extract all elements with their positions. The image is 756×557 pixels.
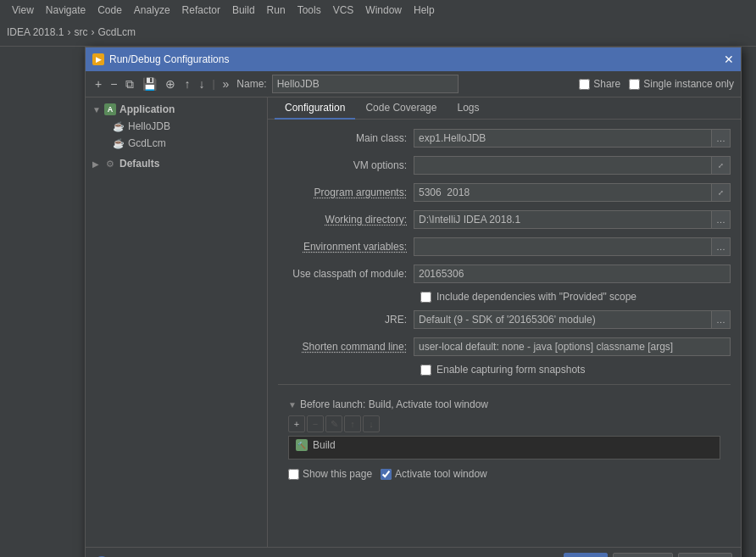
program-args-expand-button[interactable]: ⤢ [712,183,731,202]
env-vars-field-group: … [414,237,731,256]
classpath-select[interactable]: 20165306 [414,265,731,283]
menu-run[interactable]: Run [262,3,291,18]
shorten-cmd-field-group: user-local default: none - java [options… [414,337,731,356]
working-dir-browse-button[interactable]: … [712,210,731,229]
before-launch-up-button[interactable]: ↑ [344,415,361,432]
ok-button[interactable]: OK [564,553,607,557]
before-launch-add-button[interactable]: + [288,415,305,432]
menu-window[interactable]: Window [360,3,407,18]
tree-application-label: Application [120,103,175,115]
dialog-title: Run/Debug Configurations [109,53,229,65]
enable-snapshots-checkbox[interactable] [420,365,431,376]
vm-options-label: VM options: [278,159,414,171]
expand-icon: ▼ [92,105,101,114]
working-dir-label: Working directory: [278,214,414,226]
save-config-button[interactable]: 💾 [140,75,159,92]
move-down-button[interactable]: ↓ [196,75,207,92]
config-content: Configuration Code Coverage Logs Main cl… [268,97,741,547]
env-vars-browse-button[interactable]: … [712,237,731,256]
tree-hellojdb[interactable]: ☕ HelloJDB [86,118,267,135]
configuration-form: Main class: … VM options: ⤢ Pr [268,120,741,492]
config-toolbar: + − ⧉ 💾 ⊕ ↑ ↓ | » [92,75,231,93]
activate-label[interactable]: Activate tool window [381,468,487,480]
show-page-row: Show this page Activate tool window [288,465,720,483]
jre-select[interactable]: Default (9 - SDK of '20165306' module) [414,310,712,329]
config-tabs-bar: Configuration Code Coverage Logs [268,97,741,120]
classpath-label: Use classpath of module: [278,268,414,280]
menu-build[interactable]: Build [227,3,260,18]
application-icon: A [104,103,116,115]
name-input[interactable] [272,75,459,93]
share-checkbox-label[interactable]: Share [579,78,620,90]
main-class-browse-button[interactable]: … [712,129,731,148]
enable-snapshots-label: Enable capturing form snapshots [436,364,585,376]
env-vars-row: Environment variables: … [278,237,731,257]
menu-refactor[interactable]: Refactor [177,3,225,18]
tab-logs[interactable]: Logs [447,97,489,120]
more-button[interactable]: » [220,75,232,92]
tree-defaults[interactable]: ▶ ⚙ Defaults [86,155,267,172]
include-deps-checkbox[interactable] [420,292,431,303]
menu-tools[interactable]: Tools [292,3,326,18]
vm-options-input[interactable] [414,156,712,175]
breadcrumb-gcdlcm: GcdLcm [97,26,136,38]
env-vars-input[interactable] [414,237,712,256]
working-dir-input[interactable] [414,210,712,229]
copy-config-button[interactable]: ⧉ [123,75,136,93]
main-class-input[interactable] [414,129,712,148]
enable-snapshots-row: Enable capturing form snapshots [420,364,731,376]
program-args-field-group: ⤢ [414,183,731,202]
build-icon: 🔨 [296,439,308,451]
shorten-cmd-select[interactable]: user-local default: none - java [options… [414,337,731,356]
single-instance-checkbox[interactable] [629,79,640,90]
before-launch-edit-button[interactable]: ✎ [325,415,342,432]
defaults-icon: ⚙ [104,158,116,170]
menu-help[interactable]: Help [409,3,440,18]
before-launch-down-button[interactable]: ↓ [363,415,380,432]
share-checkbox[interactable] [579,79,590,90]
apply-button[interactable]: Apply [678,553,732,557]
menu-view[interactable]: View [7,3,39,18]
before-launch-remove-button[interactable]: − [307,415,324,432]
program-args-input[interactable] [414,183,712,202]
share-config-button[interactable]: ⊕ [163,75,178,92]
program-args-row: Program arguments: ⤢ [278,182,731,203]
jre-browse-button[interactable]: … [712,310,731,329]
share-options: Share Single instance only [579,78,734,90]
add-config-button[interactable]: + [92,75,104,92]
menu-analyze[interactable]: Analyze [129,3,175,18]
tree-gcdlcm-label: GcdLcm [128,137,166,149]
dialog-footer: ? OK Cancel Apply [86,547,741,557]
tree-hellojdb-label: HelloJDB [128,120,170,132]
before-launch-title: Before launch: Build, Activate tool wind… [300,398,488,410]
menu-navigate[interactable]: Navigate [41,3,91,18]
program-args-label: Program arguments: [278,187,414,198]
main-class-label: Main class: [278,132,414,144]
menu-vcs[interactable]: VCS [328,3,359,18]
cancel-button[interactable]: Cancel [613,553,673,557]
classpath-field-group: 20165306 [414,265,731,283]
tree-application-group[interactable]: ▼ A Application [86,101,267,118]
remove-config-button[interactable]: − [108,75,120,92]
config-tree: ▼ A Application ☕ HelloJDB ☕ GcdLcm ▶ ⚙ … [86,97,268,547]
tab-code-coverage[interactable]: Code Coverage [355,97,447,120]
single-instance-checkbox-label[interactable]: Single instance only [629,78,734,90]
vm-options-expand-button[interactable]: ⤢ [712,156,731,175]
activate-checkbox[interactable] [381,469,392,480]
tree-gcdlcm[interactable]: ☕ GcdLcm [86,135,267,152]
include-deps-row: Include dependencies with "Provided" sco… [420,291,731,303]
dialog-icon: ▶ [92,53,104,65]
tab-configuration[interactable]: Configuration [275,97,355,120]
before-launch-build-label: Build [313,439,336,451]
run-debug-dialog: ▶ Run/Debug Configurations ✕ + − ⧉ 💾 ⊕ ↑… [85,47,742,557]
move-up-button[interactable]: ↑ [181,75,192,92]
show-page-label[interactable]: Show this page [288,468,372,480]
main-class-row: Main class: … [278,128,731,148]
ide-top-bar: View Navigate Code Analyze Refactor Buil… [0,0,756,47]
breadcrumb-idea: IDEA 2018.1 [7,26,64,38]
ide-toolbar: IDEA 2018.1 › src › GcdLcm [7,20,749,44]
menu-code[interactable]: Code [92,3,127,18]
dialog-close-button[interactable]: ✕ [724,53,734,65]
show-page-checkbox[interactable] [288,469,299,480]
name-label: Name: [236,78,266,90]
